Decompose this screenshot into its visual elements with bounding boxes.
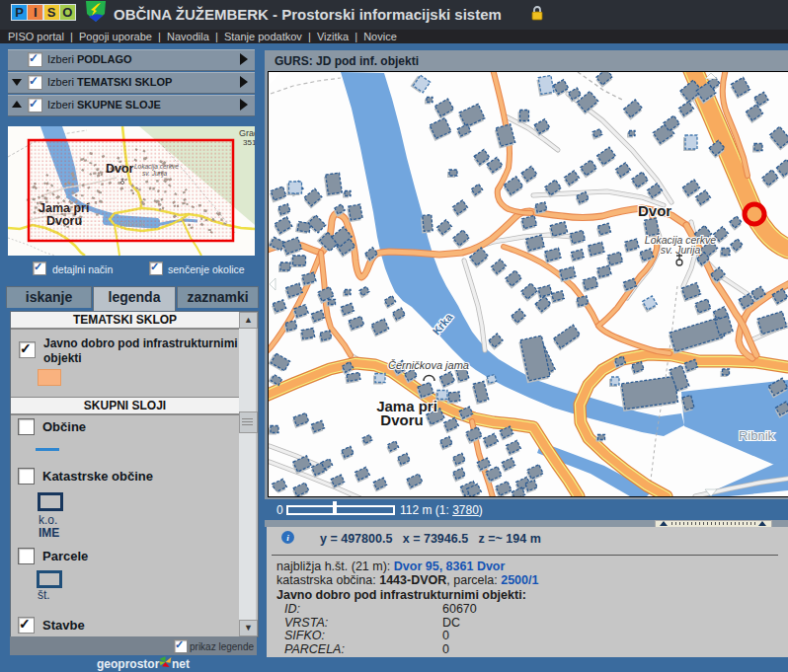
svg-text:sv. Jurija: sv. Jurija (661, 244, 701, 256)
svg-text:Grad: Grad (239, 128, 255, 138)
svg-text:Dvor: Dvor (638, 202, 671, 219)
svg-text:Ribnik: Ribnik (739, 428, 775, 443)
svg-text:351: 351 (243, 138, 255, 147)
svg-text:Černičkova jama: Černičkova jama (388, 359, 469, 371)
svg-text:Dvoru: Dvoru (380, 411, 423, 428)
